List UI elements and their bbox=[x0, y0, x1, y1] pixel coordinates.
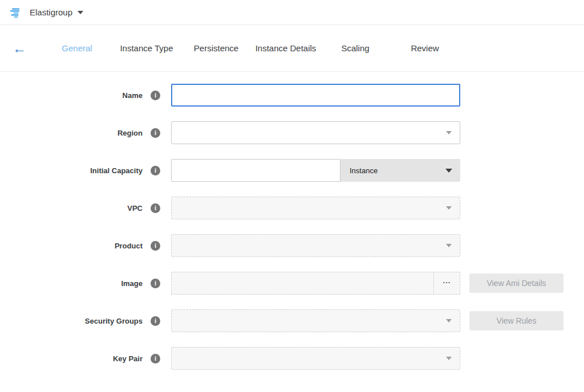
region-label: Region bbox=[0, 129, 143, 137]
tab-persistence[interactable]: Persistence bbox=[181, 43, 251, 53]
view-rules-button[interactable]: View Rules bbox=[469, 311, 563, 330]
form-row-region: Region i bbox=[0, 121, 584, 144]
name-label: Name bbox=[0, 91, 143, 100]
vpc-select bbox=[171, 197, 460, 219]
vpc-label: VPC bbox=[0, 204, 143, 213]
wizard-tab-bar: ← General Instance Type Persistence Inst… bbox=[0, 25, 584, 72]
tab-scaling[interactable]: Scaling bbox=[321, 43, 390, 53]
form-row-vpc: VPC i bbox=[0, 197, 584, 219]
info-icon[interactable]: i bbox=[151, 128, 160, 138]
chevron-down-icon bbox=[446, 244, 452, 247]
tab-general[interactable]: General bbox=[42, 43, 112, 53]
info-icon[interactable]: i bbox=[151, 279, 160, 288]
app-title[interactable]: Elastigroup bbox=[30, 7, 72, 17]
tab-instance-type[interactable]: Instance Type bbox=[112, 43, 181, 53]
chevron-down-icon bbox=[446, 319, 452, 322]
image-input: ... bbox=[171, 272, 460, 295]
capacity-unit-select[interactable]: Instance bbox=[340, 159, 460, 182]
chevron-down-icon bbox=[445, 169, 452, 173]
key-pair-label: Key Pair bbox=[0, 354, 143, 363]
info-icon[interactable]: i bbox=[151, 91, 160, 100]
info-icon[interactable]: i bbox=[151, 316, 160, 326]
chevron-down-icon bbox=[446, 206, 452, 210]
capacity-unit-value: Instance bbox=[350, 166, 378, 175]
product-select bbox=[171, 234, 460, 257]
app-header: Elastigroup bbox=[0, 0, 584, 25]
elastigroup-logo-icon bbox=[9, 6, 23, 19]
form-row-product: Product i bbox=[0, 234, 584, 257]
info-icon[interactable]: i bbox=[151, 166, 160, 175]
image-input-value bbox=[172, 272, 433, 294]
name-input[interactable] bbox=[171, 84, 460, 107]
wizard-tabs: General Instance Type Persistence Instan… bbox=[42, 43, 460, 53]
form-row-name: Name i bbox=[0, 84, 584, 107]
back-arrow-icon[interactable]: ← bbox=[13, 42, 26, 55]
form-row-security-groups: Security Groups i View Rules bbox=[0, 309, 584, 332]
product-label: Product bbox=[0, 242, 143, 250]
initial-capacity-input[interactable] bbox=[171, 159, 340, 182]
general-form: Name i Region i Initial Capacity i Insta… bbox=[0, 72, 584, 370]
view-ami-details-button[interactable]: View Ami Details bbox=[469, 273, 563, 293]
initial-capacity-label: Initial Capacity bbox=[0, 166, 143, 175]
form-row-initial-capacity: Initial Capacity i Instance bbox=[0, 159, 584, 182]
region-select[interactable] bbox=[171, 121, 460, 144]
chevron-down-icon bbox=[446, 357, 452, 360]
info-icon[interactable]: i bbox=[151, 203, 160, 213]
security-groups-label: Security Groups bbox=[0, 317, 143, 325]
info-icon[interactable]: i bbox=[151, 354, 160, 364]
security-groups-select bbox=[171, 309, 460, 332]
key-pair-select bbox=[171, 347, 460, 370]
form-row-image: Image i ... View Ami Details bbox=[0, 272, 584, 295]
tab-review[interactable]: Review bbox=[390, 43, 460, 53]
image-browse-button[interactable]: ... bbox=[433, 272, 460, 294]
image-label: Image bbox=[0, 279, 143, 288]
tab-instance-details[interactable]: Instance Details bbox=[251, 43, 321, 53]
info-icon[interactable]: i bbox=[151, 241, 160, 251]
chevron-down-icon bbox=[446, 131, 452, 134]
form-row-key-pair: Key Pair i bbox=[0, 347, 584, 370]
chevron-down-icon[interactable] bbox=[78, 11, 83, 14]
